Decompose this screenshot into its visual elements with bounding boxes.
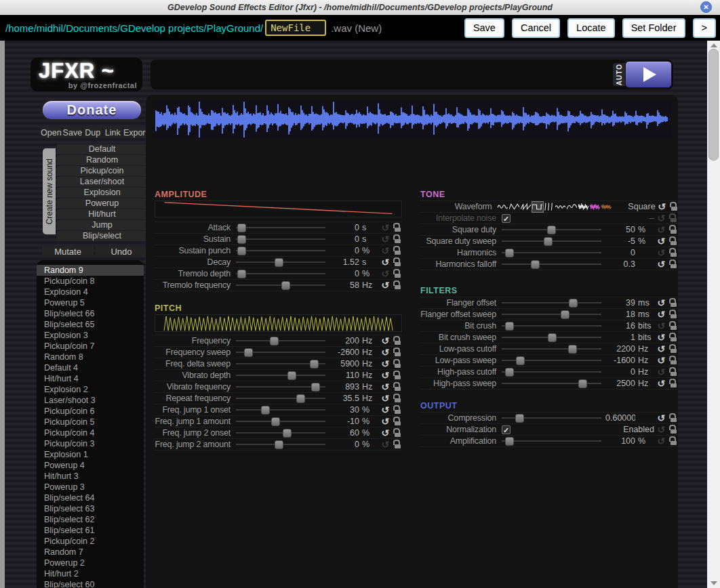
sound-list-item[interactable]: Pickup/coin 2 [37,536,144,547]
sound-list-item[interactable]: Blip/select 64 [37,492,144,503]
slider-track-freq-jump-1-amount[interactable] [236,417,325,426]
slider-handle[interactable] [505,249,514,257]
breaker-wave-icon[interactable] [567,202,578,212]
sound-list-item[interactable]: Blip/select 66 [37,308,144,319]
slider-track-tremolo-depth[interactable] [236,270,325,278]
lock-icon[interactable] [669,213,678,223]
slider-track-harmonics[interactable] [502,249,601,257]
sound-list-item[interactable]: Explosion 1 [37,449,144,460]
slider-track-sustain[interactable] [236,235,325,244]
slider-track-vibrato-depth[interactable] [236,371,325,380]
lock-icon[interactable] [669,413,678,423]
slider-handle[interactable] [244,348,253,357]
slider-handle[interactable] [296,394,305,403]
sound-list-item[interactable]: Pickup/coin 3 [37,438,144,449]
slider-handle[interactable] [237,247,246,255]
sound-list-item[interactable]: Random 9 [37,265,144,276]
slider-track-tremolo-frequency[interactable] [236,281,325,290]
slider-track-compression[interactable] [502,414,601,423]
reset-icon[interactable]: ↺ [656,247,666,258]
toolbar-button-[interactable]: > [693,18,716,38]
reset-icon[interactable]: ↺ [656,236,666,247]
slider-handle[interactable] [237,270,246,278]
scrollbar-thumb[interactable] [708,49,719,161]
lock-icon[interactable] [393,336,402,345]
slider-track-high-pass-sweep[interactable] [502,379,601,388]
preset-jump[interactable]: Jump [57,220,147,230]
toolbar-button-set-folder[interactable]: Set Folder [622,18,685,38]
lock-icon[interactable] [393,223,402,232]
lock-icon[interactable] [393,382,402,392]
lock-icon[interactable] [669,310,678,319]
sound-list-item[interactable]: Pickup/coin 6 [37,406,144,417]
reset-icon[interactable]: ↺ [656,366,666,377]
reset-icon[interactable]: ↺ [656,424,666,435]
toolbar-button-save[interactable]: Save [464,18,504,38]
sound-list-item[interactable]: Explosion 3 [37,330,144,341]
slider-handle[interactable] [544,237,553,246]
lock-icon[interactable] [393,280,402,290]
lock-icon[interactable] [393,359,402,369]
sound-list-item[interactable]: Powerup 3 [37,482,144,492]
lock-icon[interactable] [670,202,678,211]
slider-handle[interactable] [310,360,319,369]
sound-list-item[interactable]: Blip/select 65 [37,319,144,330]
preset-pickup-coin[interactable]: Pickup/coin [57,166,147,176]
sound-list-item[interactable]: Explosion 2 [37,384,144,395]
slider-handle[interactable] [568,345,577,354]
slider-track-bit-crush-sweep[interactable] [502,333,601,342]
reset-icon[interactable]: ↺ [380,234,391,245]
reset-icon[interactable]: ↺ [380,268,391,279]
lock-icon[interactable] [393,234,402,244]
reset-icon[interactable]: ↺ [380,245,391,256]
close-icon[interactable]: ✕ [700,1,712,13]
file-action-link[interactable]: Link [103,127,121,138]
sound-list-item[interactable]: Powerup 4 [37,460,144,471]
brown-noise-wave-icon[interactable] [601,202,612,212]
triangle-wave-icon[interactable] [509,202,520,212]
white-noise-wave-icon[interactable] [578,202,589,212]
reset-icon[interactable]: ↺ [656,343,666,354]
file-action-open[interactable]: Open [41,127,62,138]
slider-handle[interactable] [287,371,296,380]
play-button[interactable] [625,61,672,88]
slider-handle[interactable] [261,406,270,415]
sound-list-item[interactable]: Pickup/coin 5 [37,417,144,427]
slider-handle[interactable] [275,440,283,449]
lock-icon[interactable] [669,425,678,434]
preset-random[interactable]: Random [57,155,147,165]
preset-powerup[interactable]: Powerup [57,198,147,209]
reset-icon[interactable]: ↺ [380,257,391,268]
sound-list-item[interactable]: Laser/shoot 3 [37,395,144,406]
slider-handle[interactable] [283,429,292,438]
slider-track-low-pass-cutoff[interactable] [502,345,601,354]
reset-icon[interactable]: ↺ [656,413,666,423]
lock-icon[interactable] [393,246,402,255]
slider-track-square-duty-sweep[interactable] [502,237,601,246]
slider-handle[interactable] [548,333,557,342]
slider-track-sustain-punch[interactable] [236,247,325,255]
sound-list-item[interactable]: Blip/select 62 [37,514,144,525]
sound-list-item[interactable]: Hit/hurt 2 [37,568,144,579]
slider-track-repeat-frequency[interactable] [236,394,325,403]
scroll-up-icon[interactable] [711,43,717,47]
slider-track-freq-delta-sweep[interactable] [236,360,325,369]
slider-track-vibrato-frequency[interactable] [236,383,325,392]
undo-button[interactable]: Undo [96,247,147,257]
reset-icon[interactable]: ↺ [657,201,667,212]
slider-track-flanger-offset[interactable] [502,299,601,308]
checkbox-interpolate-noise[interactable]: ✓ [502,214,511,223]
lock-icon[interactable] [393,371,402,380]
slider-track-frequency-sweep[interactable] [236,348,325,357]
slider-track-attack[interactable] [236,224,325,232]
reset-icon[interactable]: ↺ [380,370,391,381]
pink-noise-wave-icon[interactable] [590,202,601,212]
slider-track-low-pass-sweep[interactable] [502,356,601,365]
sound-list-item[interactable]: Pickup/coin 7 [37,341,144,352]
slider-track-bit-crush[interactable] [502,322,601,331]
slider-handle[interactable] [547,226,556,234]
reset-icon[interactable]: ↺ [656,259,666,270]
sound-list-item[interactable]: Powerup 2 [37,558,144,568]
slider-handle[interactable] [281,281,290,290]
lock-icon[interactable] [669,298,678,308]
